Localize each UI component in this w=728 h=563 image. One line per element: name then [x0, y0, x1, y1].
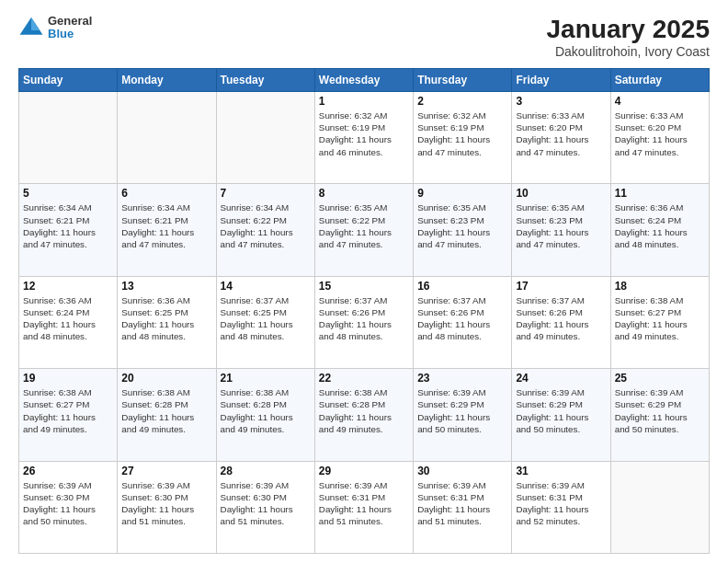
day-info: Sunrise: 6:33 AMSunset: 6:20 PMDaylight:… — [516, 109, 606, 158]
calendar-cell: 29Sunrise: 6:39 AMSunset: 6:31 PMDayligh… — [314, 461, 413, 553]
logo: General Blue — [18, 15, 92, 41]
calendar-cell: 8Sunrise: 6:35 AMSunset: 6:22 PMDaylight… — [314, 184, 413, 276]
day-number: 9 — [417, 187, 507, 200]
day-info: Sunrise: 6:35 AMSunset: 6:22 PMDaylight:… — [319, 201, 409, 250]
day-info: Sunrise: 6:39 AMSunset: 6:30 PMDaylight:… — [121, 479, 211, 528]
day-number: 6 — [121, 187, 211, 200]
weekday-row: SundayMondayTuesdayWednesdayThursdayFrid… — [19, 69, 710, 92]
day-number: 11 — [615, 187, 705, 200]
weekday-header-tuesday: Tuesday — [216, 69, 314, 92]
calendar-cell: 27Sunrise: 6:39 AMSunset: 6:30 PMDayligh… — [118, 461, 216, 553]
day-info: Sunrise: 6:39 AMSunset: 6:30 PMDaylight:… — [23, 479, 113, 528]
day-info: Sunrise: 6:37 AMSunset: 6:26 PMDaylight:… — [516, 294, 606, 343]
calendar-cell: 1Sunrise: 6:32 AMSunset: 6:19 PMDaylight… — [314, 92, 413, 184]
day-number: 16 — [417, 280, 507, 293]
day-number: 19 — [23, 372, 113, 385]
month-title: January 2025 — [547, 15, 710, 44]
location-title: Dakoulitrohoin, Ivory Coast — [547, 44, 710, 59]
day-info: Sunrise: 6:38 AMSunset: 6:27 PMDaylight:… — [615, 294, 705, 343]
day-info: Sunrise: 6:34 AMSunset: 6:22 PMDaylight:… — [221, 201, 311, 250]
day-info: Sunrise: 6:37 AMSunset: 6:26 PMDaylight:… — [319, 294, 409, 343]
day-info: Sunrise: 6:39 AMSunset: 6:29 PMDaylight:… — [417, 386, 507, 435]
calendar-cell: 31Sunrise: 6:39 AMSunset: 6:31 PMDayligh… — [512, 461, 610, 553]
calendar-cell: 6Sunrise: 6:34 AMSunset: 6:21 PMDaylight… — [118, 184, 216, 276]
day-number: 24 — [516, 372, 606, 385]
calendar-cell: 15Sunrise: 6:37 AMSunset: 6:26 PMDayligh… — [314, 276, 413, 368]
calendar-cell: 18Sunrise: 6:38 AMSunset: 6:27 PMDayligh… — [610, 276, 709, 368]
day-number: 4 — [615, 95, 705, 108]
day-number: 25 — [615, 372, 705, 385]
calendar-cell — [610, 461, 709, 553]
calendar-week-2: 5Sunrise: 6:34 AMSunset: 6:21 PMDaylight… — [19, 184, 710, 276]
day-number: 31 — [516, 465, 606, 477]
weekday-header-saturday: Saturday — [610, 69, 709, 92]
calendar-cell: 30Sunrise: 6:39 AMSunset: 6:31 PMDayligh… — [414, 461, 512, 553]
header: General Blue January 2025 Dakoulitrohoin… — [18, 15, 710, 59]
day-number: 3 — [516, 95, 606, 108]
calendar-cell — [216, 92, 314, 184]
day-number: 1 — [319, 95, 409, 108]
calendar-cell: 4Sunrise: 6:33 AMSunset: 6:20 PMDaylight… — [610, 92, 709, 184]
day-number: 28 — [221, 465, 311, 477]
day-info: Sunrise: 6:38 AMSunset: 6:28 PMDaylight:… — [221, 386, 311, 435]
weekday-header-monday: Monday — [118, 69, 216, 92]
calendar-cell: 13Sunrise: 6:36 AMSunset: 6:25 PMDayligh… — [118, 276, 216, 368]
calendar-cell: 28Sunrise: 6:39 AMSunset: 6:30 PMDayligh… — [216, 461, 314, 553]
title-block: January 2025 Dakoulitrohoin, Ivory Coast — [547, 15, 710, 59]
calendar-cell: 16Sunrise: 6:37 AMSunset: 6:26 PMDayligh… — [414, 276, 512, 368]
day-info: Sunrise: 6:39 AMSunset: 6:29 PMDaylight:… — [615, 386, 705, 435]
weekday-header-sunday: Sunday — [19, 69, 118, 92]
weekday-header-wednesday: Wednesday — [314, 69, 413, 92]
day-number: 20 — [121, 372, 211, 385]
calendar-cell: 3Sunrise: 6:33 AMSunset: 6:20 PMDaylight… — [512, 92, 610, 184]
day-number: 12 — [23, 280, 113, 293]
calendar-cell: 11Sunrise: 6:36 AMSunset: 6:24 PMDayligh… — [610, 184, 709, 276]
day-number: 13 — [121, 280, 211, 293]
calendar-cell: 10Sunrise: 6:35 AMSunset: 6:23 PMDayligh… — [512, 184, 610, 276]
day-info: Sunrise: 6:34 AMSunset: 6:21 PMDaylight:… — [23, 201, 113, 250]
weekday-header-friday: Friday — [512, 69, 610, 92]
calendar-body: 1Sunrise: 6:32 AMSunset: 6:19 PMDaylight… — [19, 92, 710, 554]
day-number: 14 — [221, 280, 311, 293]
calendar-cell: 23Sunrise: 6:39 AMSunset: 6:29 PMDayligh… — [414, 369, 512, 461]
day-info: Sunrise: 6:32 AMSunset: 6:19 PMDaylight:… — [417, 109, 507, 158]
day-info: Sunrise: 6:35 AMSunset: 6:23 PMDaylight:… — [417, 201, 507, 250]
day-info: Sunrise: 6:33 AMSunset: 6:20 PMDaylight:… — [615, 109, 705, 158]
logo-general: General — [48, 15, 92, 28]
day-info: Sunrise: 6:39 AMSunset: 6:31 PMDaylight:… — [417, 479, 507, 528]
calendar-cell: 20Sunrise: 6:38 AMSunset: 6:28 PMDayligh… — [118, 369, 216, 461]
calendar-cell: 21Sunrise: 6:38 AMSunset: 6:28 PMDayligh… — [216, 369, 314, 461]
day-info: Sunrise: 6:39 AMSunset: 6:29 PMDaylight:… — [516, 386, 606, 435]
calendar-cell: 19Sunrise: 6:38 AMSunset: 6:27 PMDayligh… — [19, 369, 118, 461]
day-info: Sunrise: 6:32 AMSunset: 6:19 PMDaylight:… — [319, 109, 409, 158]
calendar-cell: 22Sunrise: 6:38 AMSunset: 6:28 PMDayligh… — [314, 369, 413, 461]
day-number: 22 — [319, 372, 409, 385]
day-number: 10 — [516, 187, 606, 200]
day-info: Sunrise: 6:38 AMSunset: 6:28 PMDaylight:… — [121, 386, 211, 435]
day-number: 23 — [417, 372, 507, 385]
calendar-cell: 17Sunrise: 6:37 AMSunset: 6:26 PMDayligh… — [512, 276, 610, 368]
svg-marker-1 — [31, 17, 40, 30]
day-info: Sunrise: 6:39 AMSunset: 6:31 PMDaylight:… — [319, 479, 409, 528]
day-info: Sunrise: 6:37 AMSunset: 6:25 PMDaylight:… — [221, 294, 311, 343]
day-number: 17 — [516, 280, 606, 293]
day-info: Sunrise: 6:39 AMSunset: 6:30 PMDaylight:… — [221, 479, 311, 528]
calendar: SundayMondayTuesdayWednesdayThursdayFrid… — [18, 68, 710, 554]
calendar-cell — [19, 92, 118, 184]
logo-icon — [18, 15, 44, 40]
day-info: Sunrise: 6:35 AMSunset: 6:23 PMDaylight:… — [516, 201, 606, 250]
weekday-header-thursday: Thursday — [414, 69, 512, 92]
day-number: 2 — [417, 95, 507, 108]
calendar-cell: 14Sunrise: 6:37 AMSunset: 6:25 PMDayligh… — [216, 276, 314, 368]
day-number: 29 — [319, 465, 409, 477]
calendar-header: SundayMondayTuesdayWednesdayThursdayFrid… — [19, 69, 710, 92]
day-number: 26 — [23, 465, 113, 477]
calendar-cell: 24Sunrise: 6:39 AMSunset: 6:29 PMDayligh… — [512, 369, 610, 461]
day-info: Sunrise: 6:38 AMSunset: 6:27 PMDaylight:… — [23, 386, 113, 435]
day-info: Sunrise: 6:34 AMSunset: 6:21 PMDaylight:… — [121, 201, 211, 250]
day-number: 15 — [319, 280, 409, 293]
day-number: 18 — [615, 280, 705, 293]
calendar-cell — [118, 92, 216, 184]
day-number: 27 — [121, 465, 211, 477]
day-info: Sunrise: 6:36 AMSunset: 6:24 PMDaylight:… — [615, 201, 705, 250]
